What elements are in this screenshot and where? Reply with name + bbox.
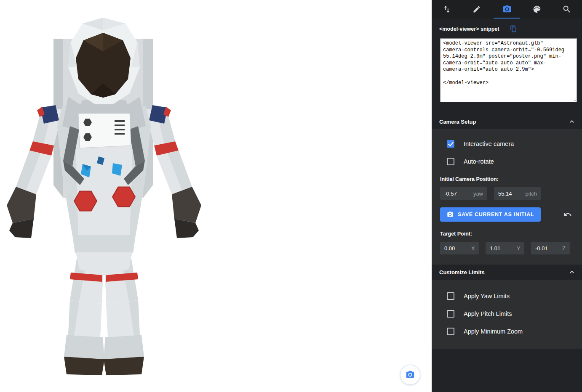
snippet-code-textarea[interactable]: <model-viewer src="Astronaut.glb" camera… bbox=[440, 38, 577, 102]
yaw-input[interactable] bbox=[444, 191, 469, 197]
auto-rotate-label: Auto-rotate bbox=[464, 158, 494, 165]
save-button-label: SAVE CURRENT AS INITIAL bbox=[458, 212, 534, 217]
astronaut-pelvis bbox=[72, 235, 136, 275]
section-camera-setup-header[interactable]: Camera Setup bbox=[432, 114, 582, 129]
undo-icon bbox=[563, 210, 572, 219]
pitch-input[interactable] bbox=[498, 191, 523, 197]
target-y-field[interactable]: Y bbox=[486, 242, 524, 254]
apply-yaw-limits-row[interactable]: Apply Yaw Limits bbox=[432, 287, 582, 305]
save-current-as-initial-button[interactable]: SAVE CURRENT AS INITIAL bbox=[440, 207, 541, 222]
initial-position-fields: yaw pitch bbox=[432, 182, 582, 200]
astronaut-model bbox=[0, 0, 432, 392]
target-x-field[interactable]: X bbox=[440, 242, 479, 254]
panel-body: <model-viewer> snippet <model-viewer src… bbox=[432, 19, 582, 392]
apply-pitch-limits-row[interactable]: Apply Pitch Limits bbox=[432, 305, 582, 323]
target-z-field[interactable]: Z bbox=[531, 242, 570, 254]
apply-minimum-zoom-checkbox[interactable] bbox=[447, 328, 454, 335]
tab-file[interactable] bbox=[432, 0, 462, 19]
target-y-suffix: Y bbox=[517, 245, 521, 252]
yaw-suffix: yaw bbox=[473, 191, 483, 197]
camera-icon bbox=[406, 370, 415, 379]
editor-panel: <model-viewer> snippet <model-viewer src… bbox=[432, 0, 582, 392]
camera-setup-content: Interactive camera Auto-rotate Initial C… bbox=[432, 129, 582, 265]
model-viewer-editor: <model-viewer> snippet <model-viewer src… bbox=[0, 0, 582, 392]
astronaut-leg bbox=[64, 259, 104, 375]
target-point-fields: X Y Z bbox=[432, 237, 582, 254]
tab-inspector[interactable] bbox=[552, 0, 582, 19]
apply-pitch-limits-label: Apply Pitch Limits bbox=[464, 310, 512, 317]
pitch-suffix: pitch bbox=[526, 191, 537, 197]
yaw-field[interactable]: yaw bbox=[440, 187, 487, 200]
apply-pitch-limits-checkbox[interactable] bbox=[447, 310, 454, 318]
snippet-title: <model-viewer> snippet bbox=[439, 26, 499, 32]
search-icon bbox=[562, 5, 571, 14]
snippet-header: <model-viewer> snippet bbox=[432, 19, 582, 36]
tab-camera[interactable] bbox=[492, 0, 522, 19]
astronaut-chest-panel bbox=[78, 111, 131, 148]
apply-yaw-limits-checkbox[interactable] bbox=[447, 292, 454, 300]
save-row: SAVE CURRENT AS INITIAL bbox=[432, 200, 582, 222]
section-title: Camera Setup bbox=[439, 119, 476, 125]
import-export-icon bbox=[442, 5, 451, 14]
interactive-camera-label: Interactive camera bbox=[464, 140, 514, 147]
pitch-field[interactable]: pitch bbox=[494, 187, 541, 200]
target-x-input[interactable] bbox=[444, 245, 469, 252]
palette-icon bbox=[532, 5, 542, 14]
section-customize-limits-header[interactable]: Customize Limits bbox=[432, 265, 582, 280]
target-z-input[interactable] bbox=[535, 245, 560, 252]
interactive-camera-checkbox[interactable] bbox=[447, 140, 454, 148]
pencil-icon bbox=[473, 5, 481, 13]
screenshot-button[interactable] bbox=[400, 365, 420, 385]
camera-icon bbox=[447, 211, 454, 218]
auto-rotate-row[interactable]: Auto-rotate bbox=[432, 153, 582, 170]
camera-icon bbox=[502, 5, 512, 14]
undo-button[interactable] bbox=[562, 209, 574, 220]
target-point-label: Target Point: bbox=[432, 222, 582, 237]
interactive-camera-row[interactable]: Interactive camera bbox=[432, 135, 582, 153]
panel-toolbar bbox=[432, 0, 582, 19]
apply-minimum-zoom-label: Apply Minimum Zoom bbox=[464, 328, 523, 335]
initial-camera-position-label: Initial Camera Position: bbox=[432, 170, 582, 182]
customize-limits-content: Apply Yaw Limits Apply Pitch Limits Appl… bbox=[432, 280, 582, 349]
tab-materials[interactable] bbox=[522, 0, 552, 19]
copy-icon bbox=[510, 25, 517, 32]
target-x-suffix: X bbox=[471, 245, 475, 252]
apply-minimum-zoom-row[interactable]: Apply Minimum Zoom bbox=[432, 323, 582, 340]
chevron-up-icon bbox=[568, 117, 576, 126]
model-viewport[interactable] bbox=[0, 0, 432, 392]
target-y-input[interactable] bbox=[490, 245, 514, 252]
apply-yaw-limits-label: Apply Yaw Limits bbox=[464, 293, 510, 299]
chevron-up-icon bbox=[568, 268, 576, 276]
section-title: Customize Limits bbox=[439, 269, 485, 275]
auto-rotate-checkbox[interactable] bbox=[447, 158, 454, 165]
target-z-suffix: Z bbox=[562, 245, 566, 252]
tab-edit[interactable] bbox=[462, 0, 491, 19]
copy-snippet-button[interactable] bbox=[510, 25, 517, 32]
